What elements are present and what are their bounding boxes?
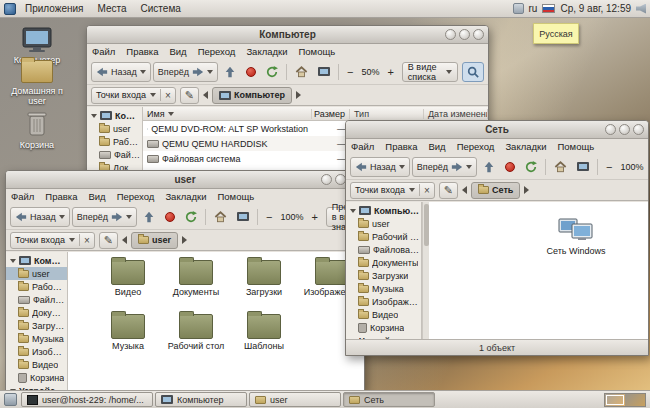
- taskbar-item-user[interactable]: user: [249, 392, 341, 407]
- sidebar-item-music[interactable]: Музыка: [6, 332, 67, 345]
- menu-help[interactable]: Помощь: [218, 191, 255, 202]
- up-button[interactable]: [479, 157, 499, 177]
- places-dropdown[interactable]: Точки входа: [350, 182, 435, 199]
- clock[interactable]: Ср, 9 авг, 12:59: [560, 3, 631, 14]
- sidebar-item-user[interactable]: user: [346, 217, 421, 230]
- close-button[interactable]: [633, 124, 644, 135]
- sidebar-item-filesystem[interactable]: Файловая система: [346, 243, 421, 256]
- sidebar-item-music[interactable]: Музыка: [346, 282, 421, 295]
- reload-button[interactable]: [262, 62, 282, 82]
- workspace-2[interactable]: [625, 394, 645, 406]
- forward-button[interactable]: Вперёд: [72, 207, 137, 227]
- menu-edit[interactable]: Правка: [126, 46, 158, 57]
- expander-icon[interactable]: [10, 259, 16, 263]
- home-button[interactable]: [210, 207, 231, 227]
- sidebar-item-trash[interactable]: Корзина: [346, 321, 421, 334]
- zoom-in-button[interactable]: [647, 157, 649, 177]
- back-button[interactable]: Назад: [10, 207, 70, 227]
- stop-button[interactable]: [242, 62, 260, 82]
- sidebar-item-desktop[interactable]: Рабочий стол: [6, 280, 67, 293]
- menu-places[interactable]: Места: [91, 0, 134, 17]
- menu-file[interactable]: Файл: [92, 46, 115, 57]
- computer-button[interactable]: [314, 62, 334, 82]
- sidebar-item-user[interactable]: user: [87, 122, 142, 135]
- places-dropdown[interactable]: Точки входа: [10, 232, 95, 249]
- sidebar-item-trash[interactable]: Корзина: [6, 371, 67, 384]
- menu-go[interactable]: Переход: [457, 141, 495, 152]
- menu-help[interactable]: Помощь: [558, 141, 595, 152]
- maximize-button[interactable]: [619, 124, 630, 135]
- folder-item-desktop[interactable]: Рабочий стол: [164, 314, 228, 352]
- expander-icon[interactable]: [91, 114, 97, 118]
- reload-button[interactable]: [181, 207, 201, 227]
- sidebar-item-computer[interactable]: Компьютер: [346, 204, 421, 217]
- sidebar-item-pictures[interactable]: Изображения: [6, 345, 67, 358]
- close-sidebar-icon[interactable]: [84, 235, 90, 246]
- zoom-out-button[interactable]: [343, 62, 357, 82]
- sidebar-item-computer[interactable]: Компьютер: [6, 254, 67, 267]
- breadcrumb-item[interactable]: Сеть: [471, 182, 520, 199]
- menu-bookmarks[interactable]: Закладки: [165, 191, 206, 202]
- sidebar-item-desktop[interactable]: Рабочий стол: [346, 230, 421, 243]
- taskbar-item-network[interactable]: Сеть: [343, 392, 435, 407]
- view-mode-select[interactable]: В виде списка: [402, 62, 458, 82]
- taskbar-item-terminal[interactable]: user@host-229: /home/...: [21, 392, 153, 407]
- sidebar-item-pictures[interactable]: Изображения: [346, 295, 421, 308]
- folder-item-music[interactable]: Музыка: [96, 314, 160, 352]
- search-button[interactable]: [462, 62, 484, 82]
- sidebar-item-video[interactable]: Видео: [6, 358, 67, 371]
- sidebar-item-video[interactable]: Видео: [346, 308, 421, 321]
- keyboard-flag-icon[interactable]: [542, 4, 555, 13]
- home-button[interactable]: [550, 157, 571, 177]
- breadcrumb-prev-icon[interactable]: [203, 91, 208, 99]
- close-button[interactable]: [473, 29, 484, 40]
- menu-go[interactable]: Переход: [117, 191, 155, 202]
- breadcrumb-item[interactable]: Компьютер: [212, 87, 292, 104]
- close-sidebar-icon[interactable]: [424, 185, 430, 196]
- folder-item-templates[interactable]: Шаблоны: [232, 314, 296, 352]
- desktop-icon-home[interactable]: Домашняя п user: [8, 60, 66, 107]
- sidebar-scrollbar[interactable]: [422, 202, 429, 339]
- tray-icon[interactable]: [513, 3, 524, 14]
- distro-menu-icon[interactable]: [4, 3, 16, 15]
- menu-help[interactable]: Помощь: [299, 46, 336, 57]
- sidebar-item-computer[interactable]: Компьютер: [87, 109, 142, 122]
- menu-bookmarks[interactable]: Закладки: [246, 46, 287, 57]
- folder-item-documents[interactable]: Документы: [164, 260, 228, 298]
- taskbar-item-computer[interactable]: Компьютер: [155, 392, 247, 407]
- forward-button[interactable]: Вперёд: [153, 62, 218, 82]
- edit-location-button[interactable]: [439, 182, 458, 199]
- zoom-in-button[interactable]: [383, 62, 397, 82]
- computer-button[interactable]: [573, 157, 593, 177]
- sidebar-item-user[interactable]: user: [6, 267, 67, 280]
- menu-view[interactable]: Вид: [169, 46, 186, 57]
- menu-go[interactable]: Переход: [198, 46, 236, 57]
- home-button[interactable]: [291, 62, 312, 82]
- keyboard-layout-indicator[interactable]: ru: [529, 3, 538, 14]
- menu-applications[interactable]: Приложения: [18, 0, 91, 17]
- titlebar[interactable]: user: [6, 171, 364, 189]
- titlebar[interactable]: Сеть: [346, 121, 648, 139]
- minimize-button[interactable]: [321, 174, 332, 185]
- maximize-button[interactable]: [459, 29, 470, 40]
- forward-button[interactable]: Вперёд: [412, 157, 477, 177]
- stop-button[interactable]: [161, 207, 179, 227]
- sidebar-item-downloads[interactable]: Загрузки: [6, 319, 67, 332]
- minimize-button[interactable]: [445, 29, 456, 40]
- desktop-icon-trash[interactable]: Корзина: [8, 110, 66, 151]
- reload-button[interactable]: [521, 157, 541, 177]
- folder-item-downloads[interactable]: Загрузки: [232, 260, 296, 298]
- menu-view[interactable]: Вид: [88, 191, 105, 202]
- menu-view[interactable]: Вид: [428, 141, 445, 152]
- sidebar-item-downloads[interactable]: Загрузки: [346, 269, 421, 282]
- menu-file[interactable]: Файл: [11, 191, 34, 202]
- breadcrumb-next-icon[interactable]: [524, 186, 529, 194]
- places-dropdown[interactable]: Точки входа: [91, 87, 176, 104]
- column-date[interactable]: Дата изменения: [424, 109, 488, 119]
- sidebar-item-desktop[interactable]: Рабочий стол: [87, 135, 142, 148]
- titlebar[interactable]: Компьютер: [87, 26, 488, 44]
- computer-button[interactable]: [233, 207, 253, 227]
- breadcrumb-prev-icon[interactable]: [122, 236, 127, 244]
- breadcrumb-next-icon[interactable]: [296, 91, 301, 99]
- zoom-out-button[interactable]: [602, 157, 616, 177]
